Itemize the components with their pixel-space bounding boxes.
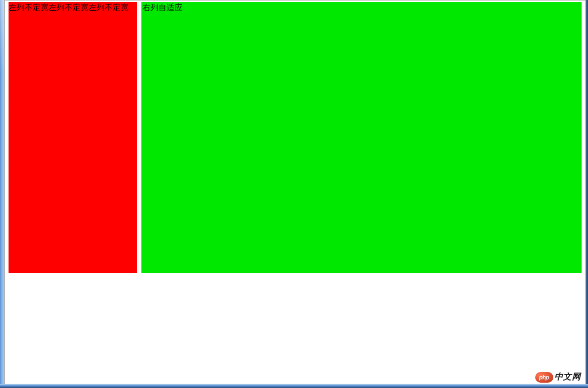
left-column: 左列不定宽左列不定宽左列不定宽 (9, 2, 137, 273)
right-column: 右列自适应 (141, 2, 582, 273)
watermark-label: 中文网 (554, 371, 581, 383)
window-bottom-edge (0, 384, 588, 388)
watermark: php 中文网 (535, 371, 581, 383)
left-column-text: 左列不定宽左列不定宽左列不定宽 (9, 3, 129, 12)
page-body: 左列不定宽左列不定宽左列不定宽 右列自适应 (4, 0, 586, 384)
php-badge-icon: php (535, 372, 553, 383)
right-column-text: 右列自适应 (142, 3, 182, 12)
two-column-layout: 左列不定宽左列不定宽左列不定宽 右列自适应 (9, 2, 582, 273)
window-right-edge (586, 0, 588, 388)
window-left-edge-highlight (0, 0, 4, 75)
